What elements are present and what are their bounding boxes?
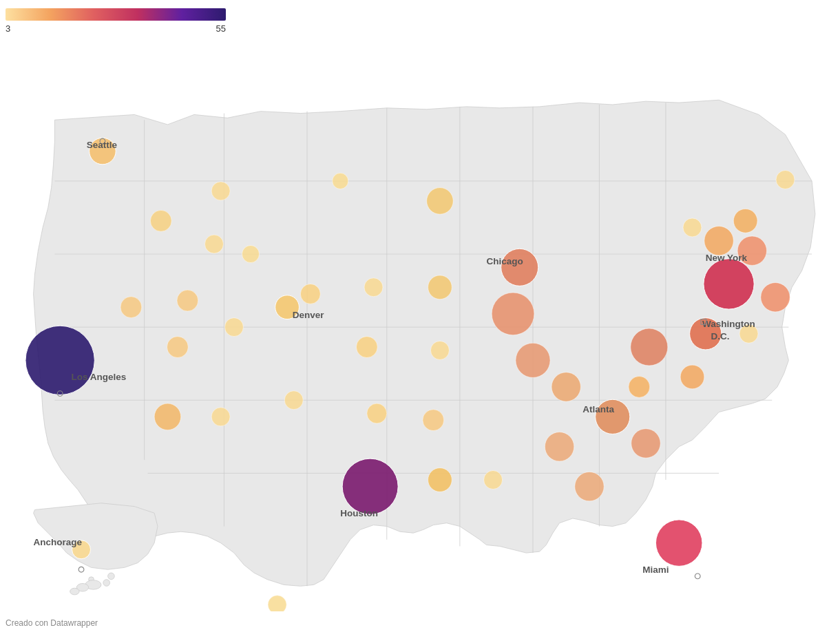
bubble xyxy=(631,328,668,366)
city-bubble-anchorage xyxy=(72,540,91,559)
bubble xyxy=(737,236,766,265)
legend-labels: 3 55 xyxy=(6,23,226,34)
bubble xyxy=(300,284,320,304)
city-bubble-seattle xyxy=(90,138,116,165)
bubble xyxy=(629,377,650,398)
bubble xyxy=(242,245,259,262)
bubble xyxy=(120,297,142,318)
bubble xyxy=(427,188,454,215)
city-bubble-atlanta xyxy=(596,399,630,434)
city-bubble-denver xyxy=(275,295,300,319)
legend-color-bar xyxy=(6,8,226,21)
bubble xyxy=(154,403,181,430)
bubble xyxy=(367,403,387,423)
bubble xyxy=(739,324,758,343)
city-bubble-miami xyxy=(655,520,702,567)
bubble xyxy=(333,173,348,189)
bubble xyxy=(423,410,444,431)
svg-point-17 xyxy=(70,588,80,595)
bubble xyxy=(284,391,303,410)
bubble xyxy=(150,210,171,231)
bubble xyxy=(430,341,449,359)
footer: Creado con Datawrapper xyxy=(6,618,98,628)
bubble xyxy=(776,170,795,189)
bubble xyxy=(224,318,243,337)
bubble xyxy=(428,275,452,299)
city-bubble-washington_d.c. xyxy=(690,318,722,350)
svg-point-18 xyxy=(103,580,110,587)
bubble xyxy=(631,429,660,458)
bubble xyxy=(683,218,702,237)
map-container: Los Angeles Houston New York Miami Chica… xyxy=(0,48,840,611)
bubble xyxy=(356,337,377,358)
bubble xyxy=(428,468,452,492)
city-bubble-los_angeles xyxy=(25,326,94,394)
bubble xyxy=(545,432,574,461)
label-miami: Miami xyxy=(642,565,669,575)
bubble xyxy=(761,283,790,312)
footer-credit: Creado con Datawrapper xyxy=(6,618,98,628)
bubble xyxy=(204,235,223,253)
bubble xyxy=(575,472,604,501)
bubble xyxy=(733,209,757,233)
hawaii xyxy=(70,580,110,595)
city-marker xyxy=(695,573,700,579)
bubble xyxy=(364,278,383,297)
bubble xyxy=(484,471,503,489)
bubble xyxy=(704,227,733,255)
legend-min: 3 xyxy=(6,23,10,34)
svg-point-13 xyxy=(108,573,115,580)
bubble xyxy=(268,596,286,611)
bubble xyxy=(211,408,230,426)
bubble xyxy=(492,293,534,335)
alaska xyxy=(34,503,158,582)
legend: 3 55 xyxy=(6,8,226,34)
map-svg: Los Angeles Houston New York Miami Chica… xyxy=(0,48,840,611)
bubble xyxy=(516,343,550,377)
city-marker xyxy=(78,567,84,572)
bubble xyxy=(680,365,704,389)
bubble xyxy=(211,182,230,200)
bubble xyxy=(552,372,580,401)
bubble xyxy=(177,290,198,311)
bubble xyxy=(167,337,188,358)
legend-max: 55 xyxy=(216,23,226,34)
city-bubble-chicago xyxy=(501,249,538,286)
city-bubble-new_york xyxy=(704,259,754,309)
city-bubble-houston xyxy=(342,459,398,514)
